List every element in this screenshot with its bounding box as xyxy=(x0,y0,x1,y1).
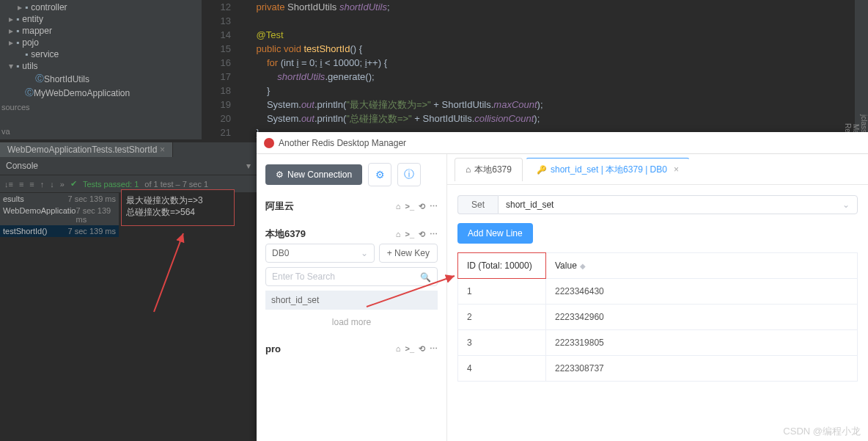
tree-item[interactable]: ▸▪entity xyxy=(0,13,202,25)
connection-header[interactable]: pro ⌂>_⟲⋯ xyxy=(265,340,438,357)
terminal-icon[interactable]: >_ xyxy=(405,230,414,239)
tree-label: pojo xyxy=(22,37,39,48)
search-input[interactable]: Enter To Search🔍 xyxy=(265,267,438,286)
tab-label: WebDemoApplicationTests.testShortId xyxy=(7,145,158,155)
refresh-icon[interactable]: ⟲ xyxy=(419,202,425,211)
connection-header[interactable]: 阿里云 ⌂>_⟲⋯ xyxy=(265,197,438,216)
project-tree[interactable]: ▸▪controller ▸▪entity ▸▪mapper ▸▪pojo ▪s… xyxy=(0,0,202,139)
output-line: 总碰撞次数=>564 xyxy=(126,206,229,218)
tree-label: entity xyxy=(22,14,43,24)
run-tab[interactable]: WebDemoApplicationTests.testShortId × xyxy=(0,142,173,157)
redis-sidebar: ⚙New Connection ⚙ ⓘ 阿里云 ⌂>_⟲⋯ 本地6379 ⌂>_… xyxy=(257,154,447,441)
settings-icon-button[interactable]: ⚙ xyxy=(368,163,391,186)
tree-label: controller xyxy=(31,2,67,12)
down-icon[interactable]: ↓ xyxy=(50,180,54,189)
tree-label: utils xyxy=(22,61,37,71)
search-icon: 🔍 xyxy=(420,272,431,283)
key-icon: 🔑 xyxy=(537,165,547,175)
content-tab[interactable]: 🔑short_id_set | 本地6379 | DB0× xyxy=(526,158,690,181)
menu-icon[interactable]: ⋯ xyxy=(430,344,438,354)
code-editor[interactable]: 12131415161718192021 private ShortIdUtil… xyxy=(202,0,853,136)
collapse-icon[interactable]: ≡ xyxy=(29,180,34,189)
console-output: 最大碰撞次数为=>3 总碰撞次数=>564 xyxy=(121,189,235,226)
sources-label: sources xyxy=(0,103,30,112)
redis-manager-window: Another Redis Desktop Manager ⚙New Conne… xyxy=(257,132,868,441)
console-title: Console xyxy=(6,161,38,171)
column-id[interactable]: ID (Total: 10000) xyxy=(458,253,546,279)
refresh-icon[interactable]: ⟲ xyxy=(419,344,425,354)
content-tab[interactable]: ⌂本地6379 xyxy=(455,158,523,181)
java-label: va xyxy=(0,127,10,136)
redis-content: ⌂本地6379 🔑short_id_set | 本地6379 | DB0× Se… xyxy=(447,154,868,441)
tests-passed: Tests passed: 1 xyxy=(83,180,139,189)
run-tab-bar: WebDemoApplicationTests.testShortId × xyxy=(0,142,257,158)
watermark: CSDN @编程小龙 xyxy=(783,425,861,438)
tree-item[interactable]: Ⓒ MyWebDemoApplication xyxy=(0,86,202,100)
data-table: ID (Total: 10000) Value◆ 12223346430 222… xyxy=(457,252,858,382)
db-select[interactable]: DB0⌄ xyxy=(265,244,375,263)
column-value[interactable]: Value◆ xyxy=(546,253,858,279)
result-row[interactable]: esults7 sec 139 ms xyxy=(0,193,119,205)
add-new-line-button[interactable]: Add New Line xyxy=(457,223,533,244)
table-row[interactable]: 32223319805 xyxy=(458,330,858,356)
load-more[interactable]: load more xyxy=(265,313,438,332)
terminal-icon[interactable]: >_ xyxy=(405,344,414,354)
key-item[interactable]: short_id_set xyxy=(265,291,438,310)
menu-icon[interactable]: ⋯ xyxy=(430,202,438,211)
home-icon: ⌂ xyxy=(466,164,471,175)
console-header[interactable]: Console▾ xyxy=(0,158,257,175)
expand-icon[interactable]: ≡ xyxy=(19,180,23,189)
result-row[interactable]: testShortId()7 sec 139 ms xyxy=(0,225,119,237)
chevron-down-icon: ⌄ xyxy=(361,248,368,258)
new-connection-button[interactable]: ⚙New Connection xyxy=(265,164,362,185)
connection-name: 阿里云 xyxy=(265,200,294,213)
info-icon-button[interactable]: ⓘ xyxy=(397,163,421,186)
home-icon[interactable]: ⌂ xyxy=(396,230,401,239)
table-row[interactable]: 12223346430 xyxy=(458,279,858,305)
result-row[interactable]: WebDemoApplicatio7 sec 139 ms xyxy=(0,205,119,225)
chevron-down-icon: ⌄ xyxy=(842,200,850,210)
code-lines: private ShortIdUtils shortIdUtils; @Test… xyxy=(246,0,853,139)
connection-name: 本地6379 xyxy=(265,227,306,241)
connection-header[interactable]: 本地6379 ⌂>_⟲⋯ xyxy=(265,225,438,244)
table-row[interactable]: 42223308737 xyxy=(458,356,858,382)
test-results[interactable]: esults7 sec 139 ms WebDemoApplicatio7 se… xyxy=(0,193,119,237)
up-icon[interactable]: ↑ xyxy=(40,180,45,189)
refresh-icon[interactable]: ⟲ xyxy=(419,230,425,239)
terminal-icon[interactable]: >_ xyxy=(405,202,414,211)
window-titlebar[interactable]: Another Redis Desktop Manager xyxy=(257,132,868,154)
app-logo-icon xyxy=(264,138,274,148)
tree-label: ShortIdUtils xyxy=(44,74,89,84)
sort-icon[interactable]: ◆ xyxy=(580,262,586,270)
window-title: Another Redis Desktop Manager xyxy=(279,138,406,148)
key-name-input[interactable]: short_id_set⌄ xyxy=(498,195,858,214)
close-icon[interactable]: × xyxy=(674,164,679,175)
svg-line-0 xyxy=(154,233,183,312)
home-icon[interactable]: ⌂ xyxy=(396,202,401,211)
tree-label: mapper xyxy=(22,26,52,36)
gutter: 12131415161718192021 xyxy=(202,0,246,139)
new-key-button[interactable]: + New Key xyxy=(379,244,438,263)
content-tabs: ⌂本地6379 🔑short_id_set | 本地6379 | DB0× xyxy=(447,154,868,185)
tests-passed-sub: of 1 test – 7 sec 1 xyxy=(144,180,208,189)
tree-item[interactable]: ▸▪pojo xyxy=(0,37,202,48)
tree-item[interactable]: ▾▪utils xyxy=(0,60,202,72)
connection-name: pro xyxy=(265,343,281,354)
tree-label: service xyxy=(31,49,59,59)
output-line: 最大碰撞次数为=>3 xyxy=(126,194,229,206)
tree-label: MyWebDemoApplication xyxy=(34,88,130,98)
tree-item[interactable]: ▸▪mapper xyxy=(0,25,202,37)
menu-icon[interactable]: ⋯ xyxy=(430,230,438,239)
filter-icon[interactable]: ↓≡ xyxy=(4,180,13,189)
home-icon[interactable]: ⌂ xyxy=(396,344,401,354)
gear-icon: ⚙ xyxy=(276,170,284,180)
check-icon: ✔ xyxy=(70,179,77,189)
tree-item[interactable]: ▸▪controller xyxy=(0,1,202,13)
table-row[interactable]: 22223342960 xyxy=(458,305,858,330)
tree-item[interactable]: ▪service xyxy=(0,48,202,60)
annotation-arrow xyxy=(147,227,191,316)
tree-item[interactable]: Ⓒ ShortIdUtils xyxy=(0,72,202,86)
type-badge: Set xyxy=(457,195,498,214)
